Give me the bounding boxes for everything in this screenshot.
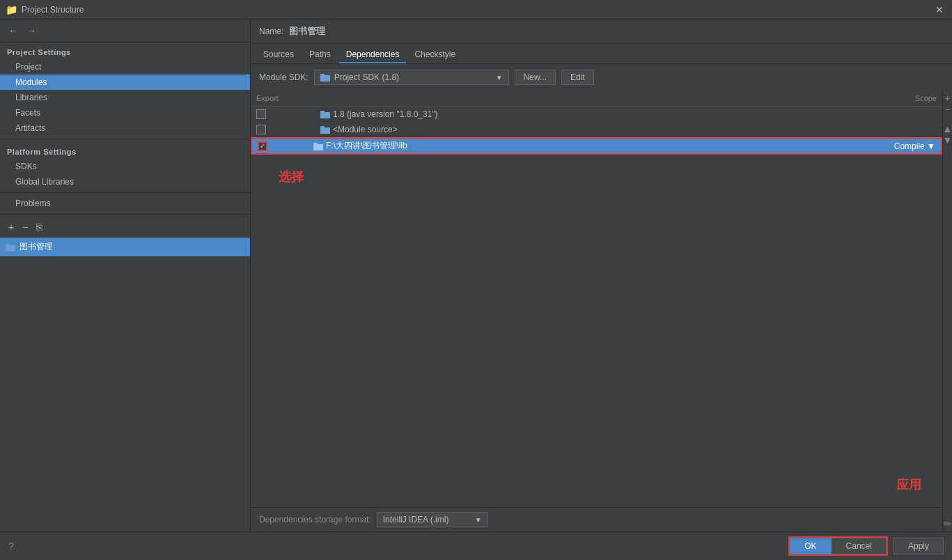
tab-dependencies[interactable]: Dependencies	[339, 47, 407, 63]
footer: ? OK Cancel Apply	[0, 531, 952, 560]
col-header-name	[306, 93, 873, 104]
module-item-tushu[interactable]: 图书管理	[0, 238, 250, 256]
dep-name-module-source: <Module source>	[306, 123, 873, 136]
dep-table-header: Export Scope	[251, 91, 942, 107]
close-icon[interactable]: ✕	[933, 4, 946, 15]
project-settings-header: Project Settings	[0, 42, 250, 59]
sdk-label: Module SDK:	[259, 72, 309, 82]
module-name-value: 图书管理	[289, 25, 325, 38]
checkbox-jdk[interactable]	[256, 109, 266, 119]
svg-rect-8	[313, 144, 323, 150]
divider-2	[0, 192, 250, 193]
help-button[interactable]: ?	[8, 540, 14, 552]
apply-annotation: 应用	[896, 476, 921, 493]
sidebar-item-global-libraries[interactable]: Global Libraries	[0, 174, 250, 189]
dep-name-jdk: 1.8 (java version "1.8.0_31")	[306, 108, 873, 120]
bottom-label: Dependencies storage format:	[259, 515, 371, 524]
scope-dropdown-arrow[interactable]: ▼	[927, 141, 935, 151]
module-item-label: 图书管理	[19, 241, 53, 253]
sdk-row: Module SDK: Project SDK (1.8) ▼ New... E…	[251, 64, 952, 91]
copy-module-button[interactable]: ⎘	[33, 220, 45, 234]
title-bar-icon: 📁	[6, 4, 17, 15]
title-bar-text: Project Structure	[22, 5, 84, 15]
checkbox-lib[interactable]: ✓	[258, 141, 267, 151]
sidebar-item-sdks[interactable]: SDKs	[0, 159, 250, 174]
folder-icon-module-source	[320, 125, 330, 134]
sdk-folder-icon	[320, 73, 330, 81]
module-toolbar: + − ⎘	[0, 217, 250, 238]
edit-sdk-button[interactable]: Edit	[561, 70, 594, 85]
back-button[interactable]: ←	[6, 24, 21, 38]
title-bar: 📁 Project Structure ✕	[0, 0, 952, 20]
dep-row-lib[interactable]: ✓ F:\大四讲\图书管理\lib Compile ▼	[251, 137, 942, 155]
sidebar-item-problems[interactable]: Problems	[0, 196, 250, 211]
sidebar: ← → Project Settings Project Modules Lib…	[0, 20, 251, 531]
move-down-button[interactable]: ▼	[943, 135, 952, 145]
ok-button[interactable]: OK	[790, 538, 831, 554]
folder-icon-lib	[313, 142, 323, 150]
col-header-export: Export	[251, 93, 306, 104]
dep-row-jdk[interactable]: 1.8 (java version "1.8.0_31")	[251, 107, 942, 122]
sdk-dropdown-arrow: ▼	[496, 74, 503, 81]
sidebar-item-libraries[interactable]: Libraries	[0, 90, 250, 105]
edit-pencil-button[interactable]: ✏	[944, 519, 952, 529]
divider-1	[0, 139, 250, 139]
spacer: 应用	[251, 199, 942, 507]
tab-sources[interactable]: Sources	[256, 47, 301, 63]
svg-rect-6	[320, 127, 330, 134]
remove-dep-button[interactable]: −	[944, 104, 950, 114]
tab-checkstyle[interactable]: Checkstyle	[407, 47, 462, 63]
bottom-row: Dependencies storage format: IntelliJ ID…	[251, 507, 942, 531]
new-sdk-button[interactable]: New...	[515, 70, 556, 85]
svg-rect-5	[320, 111, 325, 113]
cancel-button[interactable]: Cancel	[832, 538, 887, 554]
svg-rect-1	[6, 244, 10, 246]
tabs-row: Sources Paths Dependencies Checkstyle	[251, 44, 952, 64]
svg-rect-9	[313, 143, 318, 145]
selection-annotation: 选择	[251, 155, 942, 199]
right-side-buttons: + − ▲ ▼ ✏	[942, 91, 952, 531]
sdk-dropdown[interactable]: Project SDK (1.8) ▼	[314, 70, 509, 85]
col-header-scope: Scope	[873, 93, 942, 104]
sidebar-item-project[interactable]: Project	[0, 59, 250, 75]
dep-scope-lib: Compile ▼	[871, 140, 941, 153]
module-list-area: + − ⎘ 图书管理	[0, 217, 250, 531]
apply-button[interactable]: Apply	[894, 538, 944, 554]
add-module-button[interactable]: +	[6, 220, 17, 234]
dep-export-jdk	[251, 108, 306, 120]
add-dep-button[interactable]: +	[944, 93, 950, 103]
dep-row-module-source[interactable]: <Module source>	[251, 122, 942, 137]
format-dropdown[interactable]: IntelliJ IDEA (.iml) ▼	[377, 512, 488, 527]
format-value: IntelliJ IDEA (.iml)	[383, 515, 471, 524]
sdk-value: Project SDK (1.8)	[334, 72, 492, 82]
folder-icon	[6, 243, 15, 251]
svg-rect-4	[320, 112, 330, 118]
sidebar-item-facets[interactable]: Facets	[0, 105, 250, 120]
folder-icon-jdk	[320, 110, 330, 118]
format-dropdown-arrow: ▼	[475, 516, 482, 524]
ok-cancel-group: OK Cancel	[788, 536, 888, 556]
content-with-sidebar: Export Scope 1.8 (java versi	[251, 91, 952, 531]
nav-back-forward: ← →	[0, 20, 250, 42]
dep-name-lib: F:\大四讲\图书管理\lib	[308, 139, 871, 153]
dep-content-area: Export Scope 1.8 (java versi	[251, 91, 942, 531]
tab-paths[interactable]: Paths	[302, 47, 338, 63]
dep-scope-jdk	[873, 113, 942, 116]
move-up-button[interactable]: ▲	[943, 124, 952, 134]
sidebar-item-artifacts[interactable]: Artifacts	[0, 120, 250, 136]
platform-settings-header: Platform Settings	[0, 142, 250, 159]
right-content: Name: 图书管理 Sources Paths Dependencies Ch…	[251, 20, 952, 531]
svg-rect-3	[320, 74, 325, 76]
svg-rect-7	[320, 126, 325, 128]
forward-button[interactable]: →	[24, 24, 39, 38]
svg-rect-0	[6, 245, 15, 251]
main-layout: ← → Project Settings Project Modules Lib…	[0, 20, 952, 531]
remove-module-button[interactable]: −	[19, 220, 31, 234]
sidebar-item-modules[interactable]: Modules	[0, 75, 250, 90]
dep-export-lib: ✓	[252, 140, 308, 153]
checkbox-module-source[interactable]	[256, 125, 266, 134]
name-row: Name: 图书管理	[251, 20, 952, 44]
dep-export-module-source	[251, 123, 306, 136]
svg-rect-2	[320, 75, 330, 81]
name-label: Name:	[259, 26, 283, 36]
